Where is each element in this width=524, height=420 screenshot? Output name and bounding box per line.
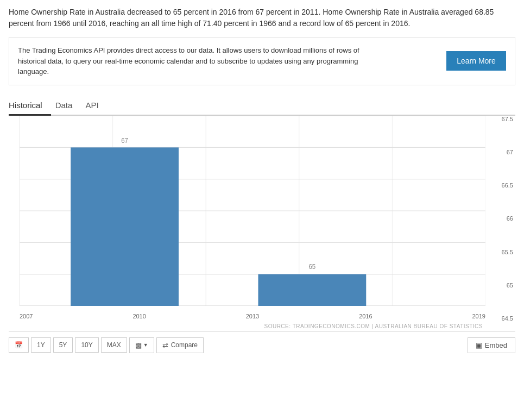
toolbar: 📅 1Y 5Y 10Y MAX ▩ ▼ ⇄ Compare ▣ Embed	[9, 331, 515, 359]
tab-historical[interactable]: Historical	[9, 96, 51, 116]
tab-data[interactable]: Data	[55, 96, 81, 116]
api-banner: The Trading Economics API provides direc…	[9, 37, 515, 85]
embed-icon: ▣	[476, 341, 482, 349]
bar-2016-label: 65	[308, 262, 315, 271]
dropdown-arrow-icon: ▼	[143, 342, 148, 348]
bar-2010-label: 67	[121, 136, 128, 145]
y-label-675: 67.5	[490, 116, 513, 122]
x-label-2016: 2016	[359, 313, 372, 319]
max-button[interactable]: MAX	[101, 337, 127, 353]
y-axis: 67.5 67 66.5 66 65.5 65 64.5	[488, 116, 515, 322]
1y-button[interactable]: 1Y	[31, 337, 51, 353]
x-label-2010: 2010	[132, 313, 146, 319]
source-text: SOURCE: TRADINGECONOMICS.COM | AUSTRALIA…	[9, 323, 515, 329]
main-container: Home Ownership Rate in Australia decreas…	[0, 0, 524, 359]
compare-label: Compare	[171, 341, 198, 349]
y-label-665: 66.5	[490, 182, 513, 189]
bar-chart: 67 65	[20, 116, 485, 306]
calendar-icon: 📅	[15, 341, 23, 349]
x-label-2007: 2007	[20, 313, 33, 319]
5y-button[interactable]: 5Y	[53, 337, 73, 353]
y-label-655: 65.5	[490, 249, 513, 255]
x-label-2013: 2013	[246, 313, 259, 319]
compare-icon: ⇄	[162, 341, 168, 349]
compare-button[interactable]: ⇄ Compare	[156, 337, 204, 353]
bar-2016	[258, 274, 366, 305]
calendar-button[interactable]: 📅	[9, 337, 29, 353]
10y-button[interactable]: 10Y	[75, 337, 98, 353]
chart-type-icon: ▩	[135, 341, 142, 349]
x-label-2019: 2019	[472, 313, 485, 319]
tabs-container: Historical Data API	[9, 95, 515, 116]
y-label-67: 67	[490, 149, 513, 155]
chart-area: 67 65 67.5 67 66.5 66 65.5 65 64.5 2007 …	[9, 116, 515, 322]
embed-button[interactable]: ▣ Embed	[468, 337, 515, 353]
learn-more-button[interactable]: Learn More	[446, 51, 506, 71]
embed-label: Embed	[485, 341, 507, 349]
tab-api[interactable]: API	[85, 96, 107, 116]
y-label-66: 66	[490, 215, 513, 222]
bar-2010	[71, 147, 179, 306]
y-label-65: 65	[490, 282, 513, 289]
x-axis: 2007 2010 2013 2016 2019	[20, 313, 485, 319]
description-text: Home Ownership Rate in Australia decreas…	[9, 7, 515, 29]
chart-type-button[interactable]: ▩ ▼	[129, 337, 154, 353]
api-banner-text: The Trading Economics API provides direc…	[18, 45, 387, 77]
y-label-645: 64.5	[490, 315, 513, 322]
